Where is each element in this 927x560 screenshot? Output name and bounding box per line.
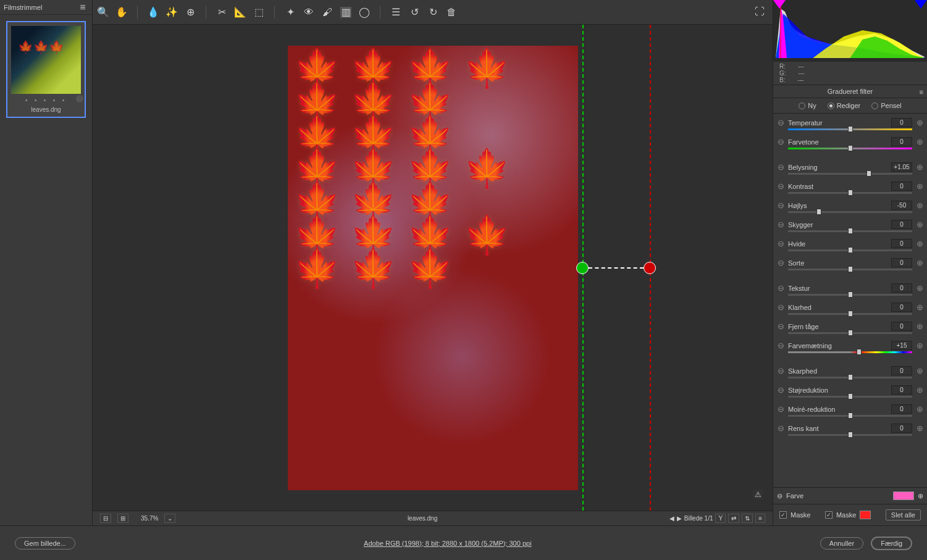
color-sampler-icon[interactable]: ✨ xyxy=(166,7,177,18)
exposure-minus-icon[interactable]: ⊖ xyxy=(777,162,784,172)
saturation-plus-icon[interactable]: ⊕ xyxy=(916,341,923,350)
swap-icon[interactable]: ⇄ xyxy=(728,514,739,523)
dehaze-minus-icon[interactable]: ⊖ xyxy=(777,322,784,331)
mask-checkbox-2[interactable] xyxy=(825,511,833,519)
color-minus-icon[interactable]: ⊖ xyxy=(777,492,782,500)
grid-minus-icon[interactable]: ⊟ xyxy=(100,514,111,523)
noise-plus-icon[interactable]: ⊕ xyxy=(916,385,923,395)
thumb-rating[interactable]: • • • • • xyxy=(11,96,81,104)
clear-all-button[interactable]: Slet alle xyxy=(886,509,921,520)
texture-minus-icon[interactable]: ⊖ xyxy=(777,283,784,293)
defringe-minus-icon[interactable]: ⊖ xyxy=(777,424,784,433)
tint-plus-icon[interactable]: ⊕ xyxy=(916,137,923,146)
mask-color-swatch[interactable] xyxy=(860,511,871,519)
blacks-plus-icon[interactable]: ⊕ xyxy=(916,258,923,267)
tint-minus-icon[interactable]: ⊖ xyxy=(777,137,784,146)
mask-checkbox-1[interactable] xyxy=(779,511,787,519)
temp-minus-icon[interactable]: ⊖ xyxy=(777,118,784,127)
highlights-minus-icon[interactable]: ⊖ xyxy=(777,201,784,210)
tint-value[interactable]: 0 xyxy=(891,137,912,146)
color-plus-icon[interactable]: ⊕ xyxy=(918,492,923,500)
contrast-minus-icon[interactable]: ⊖ xyxy=(777,182,784,191)
done-button[interactable]: Færdig xyxy=(871,537,912,550)
before-after-icon[interactable]: Y xyxy=(715,514,726,523)
contrast-plus-icon[interactable]: ⊕ xyxy=(916,182,923,191)
filmstrip-menu-icon[interactable]: ≡ xyxy=(77,2,88,13)
panel-menu-icon[interactable]: ≡ xyxy=(920,88,923,96)
shadow-clip-icon[interactable] xyxy=(773,0,786,9)
adjustment-brush-icon[interactable]: 🖌 xyxy=(322,7,333,18)
whites-plus-icon[interactable]: ⊕ xyxy=(916,239,923,248)
shadows-slider[interactable] xyxy=(788,230,912,232)
white-balance-icon[interactable]: 💧 xyxy=(148,7,159,18)
clarity-slider[interactable] xyxy=(788,313,912,315)
noise-minus-icon[interactable]: ⊖ xyxy=(777,385,784,395)
texture-plus-icon[interactable]: ⊕ xyxy=(916,283,923,293)
gradient-handle-start[interactable] xyxy=(576,262,589,274)
next-image-icon[interactable]: ▶ xyxy=(677,515,682,522)
hand-icon[interactable]: ✋ xyxy=(116,7,127,18)
highlights-slider[interactable] xyxy=(788,211,912,213)
canvas-area[interactable]: 🍁 🍁 🍁 🍁🍁 🍁 🍁 🍁 🍁 🍁🍁 🍁 🍁 🍁 🍁 🍁 🍁🍁 🍁 🍁 🍁 🍁… xyxy=(93,25,773,511)
defringe-slider[interactable] xyxy=(788,434,912,436)
sharpness-minus-icon[interactable]: ⊖ xyxy=(777,366,784,375)
rotate-cw-icon[interactable]: ↻ xyxy=(427,7,438,18)
warning-icon[interactable]: ⚠ xyxy=(753,490,763,499)
tint-slider[interactable] xyxy=(788,148,912,149)
radial-filter-icon[interactable]: ◯ xyxy=(359,7,370,18)
sharpness-value[interactable]: 0 xyxy=(891,366,912,375)
blacks-value[interactable]: 0 xyxy=(891,258,912,267)
exposure-plus-icon[interactable]: ⊕ xyxy=(916,162,923,172)
settings-icon-bottom[interactable]: ≡ xyxy=(755,514,765,523)
straighten-icon[interactable]: 📐 xyxy=(235,7,246,18)
blacks-minus-icon[interactable]: ⊖ xyxy=(777,258,784,267)
moire-minus-icon[interactable]: ⊖ xyxy=(777,404,784,414)
zoom-dropdown-icon[interactable]: ⌄ xyxy=(164,514,175,523)
exposure-slider[interactable] xyxy=(788,173,912,175)
transform-icon[interactable]: ⬚ xyxy=(253,7,264,18)
dehaze-plus-icon[interactable]: ⊕ xyxy=(916,322,923,331)
temp-value[interactable]: 0 xyxy=(891,118,912,127)
texture-slider[interactable] xyxy=(788,294,912,296)
temp-slider[interactable] xyxy=(788,128,912,130)
image-info-link[interactable]: Adobe RGB (1998); 8 bit; 2880 x 1800 (5.… xyxy=(364,540,532,547)
sharpness-plus-icon[interactable]: ⊕ xyxy=(916,366,923,375)
noise-value[interactable]: 0 xyxy=(891,385,912,395)
sharpness-slider[interactable] xyxy=(788,377,912,378)
cancel-button[interactable]: Annuller xyxy=(820,537,863,550)
whites-value[interactable]: 0 xyxy=(891,239,912,248)
highlights-plus-icon[interactable]: ⊕ xyxy=(916,201,923,210)
highlights-value[interactable]: -50 xyxy=(891,201,912,210)
copy-settings-icon[interactable]: ⇅ xyxy=(742,514,753,523)
filmstrip-thumbnail[interactable]: • • • • • leaves.dng xyxy=(6,21,86,118)
red-eye-icon[interactable]: 👁 xyxy=(303,7,314,18)
temp-plus-icon[interactable]: ⊕ xyxy=(916,118,923,127)
zoom-level[interactable]: 35.7% xyxy=(141,515,158,522)
noise-slider[interactable] xyxy=(788,396,912,398)
shadows-plus-icon[interactable]: ⊕ xyxy=(916,220,923,229)
dehaze-slider[interactable] xyxy=(788,332,912,334)
texture-value[interactable]: 0 xyxy=(891,283,912,293)
exposure-value[interactable]: +1.05 xyxy=(891,162,912,172)
contrast-value[interactable]: 0 xyxy=(891,182,912,191)
graduated-filter-overlay[interactable] xyxy=(93,25,773,511)
crop-icon[interactable]: ✂ xyxy=(216,7,227,18)
mode-new[interactable]: Ny xyxy=(799,102,816,109)
clarity-minus-icon[interactable]: ⊖ xyxy=(777,303,784,312)
save-image-button[interactable]: Gem billede... xyxy=(15,537,75,550)
fullscreen-icon[interactable]: ⛶ xyxy=(754,6,765,17)
gradient-handle-end[interactable] xyxy=(644,262,656,274)
color-swatch[interactable] xyxy=(893,491,914,500)
target-adjustment-icon[interactable]: ⊕ xyxy=(185,7,196,18)
prev-image-icon[interactable]: ◀ xyxy=(669,515,674,522)
dehaze-value[interactable]: 0 xyxy=(891,322,912,331)
whites-slider[interactable] xyxy=(788,249,912,251)
blacks-slider[interactable] xyxy=(788,269,912,270)
histogram[interactable] xyxy=(773,0,927,62)
saturation-value[interactable]: +15 xyxy=(891,341,912,350)
saturation-slider[interactable] xyxy=(788,351,912,353)
trash-icon[interactable]: 🗑 xyxy=(446,7,457,18)
shadows-value[interactable]: 0 xyxy=(891,220,912,229)
defringe-plus-icon[interactable]: ⊕ xyxy=(916,424,923,433)
whites-minus-icon[interactable]: ⊖ xyxy=(777,239,784,248)
